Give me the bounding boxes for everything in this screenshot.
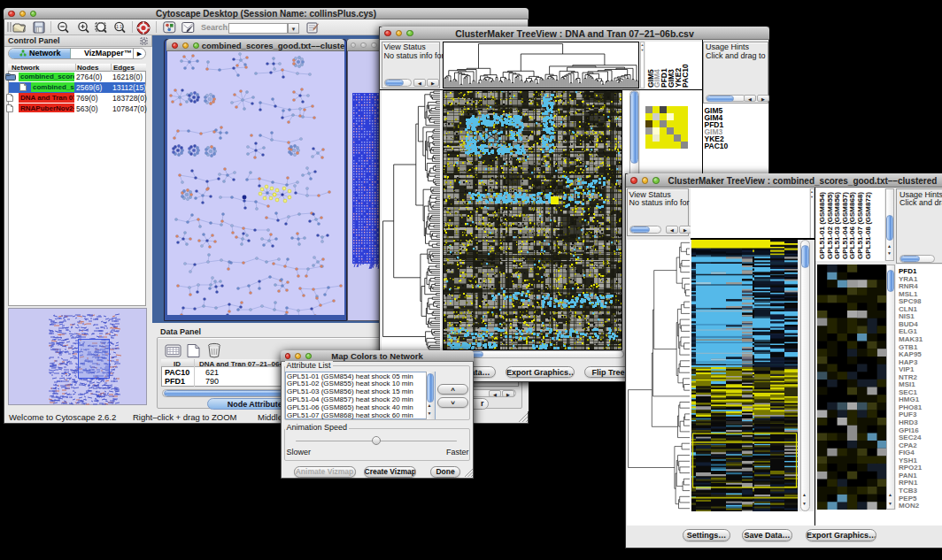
- svg-text:1:1: 1:1: [116, 24, 122, 29]
